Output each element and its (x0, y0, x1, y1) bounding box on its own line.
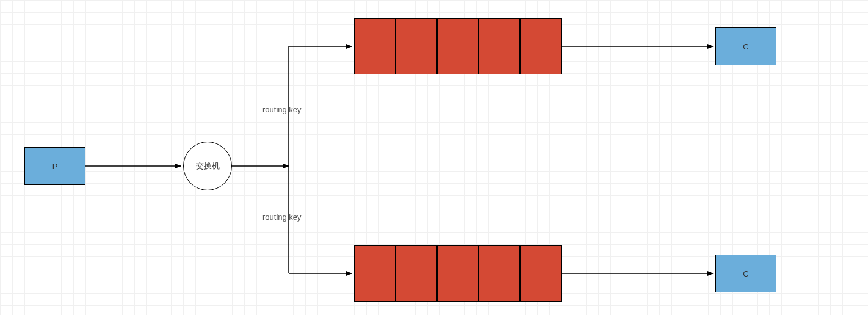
routing-key-label-top: routing key (262, 105, 302, 114)
producer-label: P (52, 162, 58, 171)
queue-bottom (354, 245, 562, 302)
queue-top-slot (396, 18, 437, 74)
queue-bottom-slot (479, 245, 520, 302)
exchange-node: 交换机 (183, 142, 232, 190)
queue-top-slot (479, 18, 520, 74)
queue-bottom-slot (437, 245, 479, 302)
consumer-top-node: C (715, 27, 776, 65)
producer-node: P (24, 147, 85, 185)
diagram-canvas: P 交换机 routing key routing key C C (0, 0, 868, 315)
consumer-bottom-node: C (715, 255, 776, 292)
queue-top-slot (354, 18, 396, 74)
queue-top (354, 18, 562, 74)
queue-bottom-slot (354, 245, 396, 302)
queue-bottom-slot (520, 245, 562, 302)
consumer-top-label: C (743, 42, 748, 51)
consumer-bottom-label: C (743, 269, 748, 278)
queue-top-slot (520, 18, 562, 74)
queue-top-slot (437, 18, 479, 74)
queue-bottom-slot (396, 245, 437, 302)
exchange-label: 交换机 (196, 161, 220, 172)
routing-key-label-bottom: routing key (262, 212, 302, 222)
